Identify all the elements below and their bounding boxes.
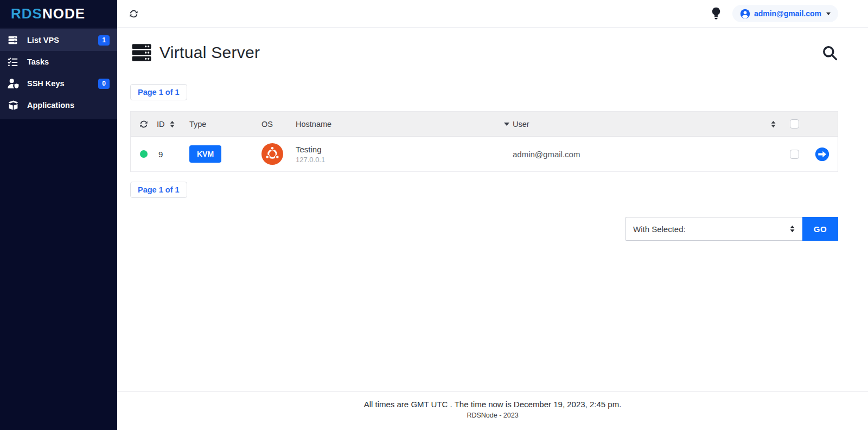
table-header-row: ID Type OS Hostname User xyxy=(131,112,838,137)
sidebar: RDSNODE List VPS 1 Tasks SSH Keys xyxy=(0,0,117,430)
column-header-hostname[interactable]: Hostname xyxy=(296,120,513,129)
topbar: admin@gmail.com xyxy=(117,0,868,28)
table-refresh-icon[interactable] xyxy=(131,120,157,129)
sidebar-item-applications[interactable]: Applications xyxy=(0,94,117,116)
vps-id-cell: 9 xyxy=(157,150,189,159)
column-header-user[interactable]: User xyxy=(513,120,764,129)
hostname-cell: Testing 127.0.0.1 xyxy=(296,145,513,164)
with-selected-group: With Selected: GO xyxy=(626,217,838,241)
vps-user-cell: admin@gmail.com xyxy=(513,150,764,159)
row-select-cell xyxy=(782,150,806,159)
with-selected-select[interactable]: With Selected: xyxy=(626,217,802,241)
ubuntu-icon xyxy=(261,143,283,165)
vps-hostname: Testing xyxy=(296,145,513,154)
sidebar-item-list-vps[interactable]: List VPS 1 xyxy=(0,29,117,51)
status-cell xyxy=(131,150,157,158)
tasks-icon xyxy=(8,57,27,67)
user-avatar-icon xyxy=(740,9,750,19)
footer-copyright: RDSNode - 2023 xyxy=(117,412,868,419)
page-header: Virtual Server xyxy=(130,42,838,63)
chevron-down-icon xyxy=(826,12,831,15)
server-stack-icon xyxy=(130,42,153,63)
column-header-label: OS xyxy=(261,120,273,129)
sort-icon[interactable] xyxy=(764,120,782,128)
table-row[interactable]: 9 KVM Testing 127.0.0.1 admin@gmail.com xyxy=(131,137,838,172)
brand-wordmark-secondary: NODE xyxy=(42,5,85,22)
vps-table: ID Type OS Hostname User xyxy=(130,111,838,172)
sidebar-item-ssh-keys[interactable]: SSH Keys 0 xyxy=(0,73,117,94)
column-header-type[interactable]: Type xyxy=(189,120,261,129)
refresh-icon[interactable] xyxy=(129,9,138,18)
user-menu[interactable]: admin@gmail.com xyxy=(732,5,838,22)
column-header-label: ID xyxy=(157,120,165,129)
user-email: admin@gmail.com xyxy=(754,9,821,18)
column-header-id[interactable]: ID xyxy=(157,120,189,129)
vps-type-cell: KVM xyxy=(189,145,261,163)
vps-type-button[interactable]: KVM xyxy=(189,145,221,163)
content-area: Virtual Server Page 1 of 1 ID xyxy=(117,28,868,391)
app-window: RDSNODE List VPS 1 Tasks SSH Keys xyxy=(0,0,868,430)
column-header-label: User xyxy=(513,120,529,129)
sidebar-item-label: SSH Keys xyxy=(27,79,65,88)
pagination-top-button[interactable]: Page 1 of 1 xyxy=(130,84,187,100)
search-icon[interactable] xyxy=(821,44,838,61)
sort-icon xyxy=(169,120,175,128)
bulk-actions-bar: With Selected: GO xyxy=(130,217,838,241)
vps-os-cell xyxy=(261,143,296,165)
open-box-icon xyxy=(8,100,27,110)
user-shield-icon xyxy=(8,79,27,88)
column-header-label: Type xyxy=(189,120,206,129)
select-arrows-icon xyxy=(789,225,795,233)
footer-time-note: All times are GMT UTC . The time now is … xyxy=(117,400,868,409)
column-header-os[interactable]: OS xyxy=(261,120,296,129)
brand-wordmark-primary: RDS xyxy=(11,5,42,22)
page-title: Virtual Server xyxy=(159,43,260,62)
brand-logo[interactable]: RDSNODE xyxy=(0,0,117,28)
sidebar-item-tasks[interactable]: Tasks xyxy=(0,51,117,73)
status-online-dot xyxy=(140,150,148,158)
vps-ip-address: 127.0.0.1 xyxy=(296,156,513,164)
topbar-right: admin@gmail.com xyxy=(712,5,838,22)
sidebar-item-label: Tasks xyxy=(27,57,49,66)
row-open-button[interactable] xyxy=(806,147,838,162)
select-all-cell xyxy=(782,119,806,129)
sort-desc-icon xyxy=(504,123,509,126)
footer: All times are GMT UTC . The time now is … xyxy=(117,391,868,430)
ssh-keys-count-badge: 0 xyxy=(98,79,110,89)
sidebar-item-label: Applications xyxy=(27,101,74,110)
pagination-bottom-button[interactable]: Page 1 of 1 xyxy=(130,182,187,198)
column-header-label: Hostname xyxy=(296,120,331,129)
lightbulb-icon[interactable] xyxy=(712,7,720,20)
go-button[interactable]: GO xyxy=(802,217,838,241)
sidebar-nav: List VPS 1 Tasks SSH Keys 0 App xyxy=(0,28,117,119)
with-selected-label: With Selected: xyxy=(633,224,686,234)
select-all-checkbox[interactable] xyxy=(790,119,799,129)
brand-wordmark: RDSNODE xyxy=(11,5,85,22)
server-stack-icon xyxy=(8,35,27,45)
row-checkbox[interactable] xyxy=(790,150,799,159)
sidebar-item-label: List VPS xyxy=(27,36,59,44)
main-column: admin@gmail.com Virtual Server Page 1 of… xyxy=(117,0,868,430)
list-vps-count-badge: 1 xyxy=(98,35,110,46)
